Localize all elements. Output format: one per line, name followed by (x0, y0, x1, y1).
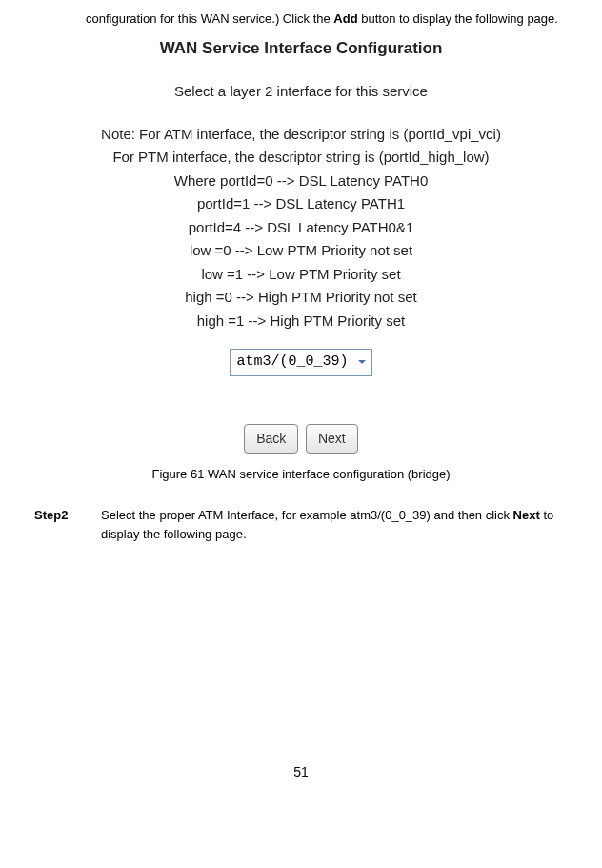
page-number: 51 (19, 762, 583, 782)
intro-suffix: button to display the following page. (358, 11, 558, 26)
note-line: For PTM interface, the descriptor string… (19, 147, 583, 169)
figure-caption: Figure 61 WAN service interface configur… (19, 465, 583, 484)
intro-prefix: configuration for this WAN service.) Cli… (86, 11, 333, 26)
step2-label: Step2 (19, 506, 101, 543)
button-row: Back Next (19, 424, 583, 454)
note-line: portId=1 --> DSL Latency PATH1 (19, 193, 583, 215)
select-value: atm3/(0_0_39) (236, 352, 348, 373)
note-line: Where portId=0 --> DSL Latency PATH0 (19, 171, 583, 192)
intro-bold: Add (333, 11, 357, 26)
page-title: WAN Service Interface Configuration (19, 36, 583, 61)
chevron-down-icon (354, 354, 370, 370)
note-line: low =1 --> Low PTM Priority set (19, 264, 583, 286)
step2-body: Select the proper ATM Interface, for exa… (101, 506, 583, 543)
next-button[interactable]: Next (306, 424, 358, 454)
note-line: Note: For ATM interface, the descriptor … (19, 124, 583, 146)
intro-text: configuration for this WAN service.) Cli… (86, 10, 573, 29)
interface-select[interactable]: atm3/(0_0_39) (230, 349, 371, 376)
note-line: portId=4 --> DSL Latency PATH0&1 (19, 217, 583, 239)
back-button[interactable]: Back (244, 424, 298, 454)
note-line: low =0 --> Low PTM Priority not set (19, 240, 583, 262)
note-block: Note: For ATM interface, the descriptor … (19, 124, 583, 333)
note-line: high =1 --> High PTM Priority set (19, 311, 583, 333)
note-line: high =0 --> High PTM Priority not set (19, 287, 583, 309)
step2-bold: Next (513, 508, 540, 522)
step2-row: Step2 Select the proper ATM Interface, f… (19, 506, 583, 543)
page-subtitle: Select a layer 2 interface for this serv… (19, 81, 583, 103)
step2-prefix: Select the proper ATM Interface, for exa… (101, 508, 513, 522)
